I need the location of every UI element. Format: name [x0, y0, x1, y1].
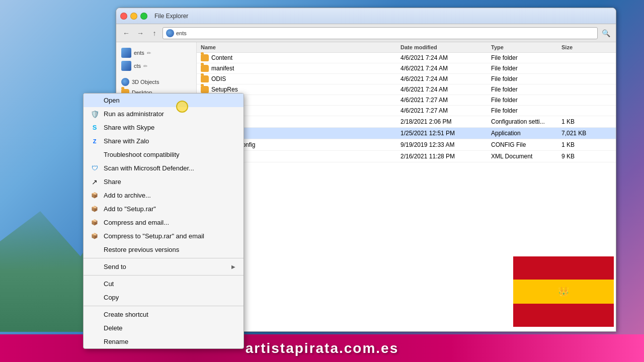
- menu-item-label: Share: [104, 178, 121, 186]
- file-type: XML Document: [491, 153, 561, 160]
- skype-icon: S: [90, 123, 100, 133]
- file-name-cell: Content: [201, 54, 400, 61]
- chevron-icon: ✏: [147, 50, 151, 56]
- file-date: 2/18/2021 2:06 PM: [400, 118, 491, 125]
- sidebar-label: ents: [134, 50, 144, 56]
- menu-item-restore[interactable]: Restore previous versions: [84, 243, 244, 256]
- nav-icon: [121, 48, 131, 58]
- sidebar-label-2: cts: [134, 63, 141, 69]
- address-bar[interactable]: ents: [163, 27, 598, 39]
- file-size: 1 KB: [561, 141, 612, 148]
- 3d-objects-icon: [121, 78, 129, 86]
- table-row[interactable]: manifest 4/6/2021 7:24 AM File folder: [197, 63, 616, 74]
- window-title: File Explorer: [154, 13, 188, 20]
- file-date: 1/25/2021 12:51 PM: [400, 130, 491, 137]
- maximize-button[interactable]: [140, 13, 147, 20]
- table-row[interactable]: SetupRes 4/6/2021 7:24 AM File folder: [197, 84, 616, 95]
- flag-red-bottom: [513, 304, 614, 327]
- sidebar-3d-label: 3D Objects: [132, 79, 159, 85]
- file-name-cell: SetupRes: [201, 86, 400, 93]
- sidebar-item-cts[interactable]: cts ✏: [118, 59, 194, 72]
- navigation-bar: ← → ↑ ents 🔍: [116, 24, 616, 42]
- menu-item-add-setup-rar[interactable]: 📦Add to "Setup.rar": [84, 202, 244, 216]
- back-button[interactable]: ←: [120, 27, 132, 39]
- menu-item-label: Rename: [104, 338, 128, 345]
- titlebar: File Explorer: [116, 8, 616, 24]
- banner-text: artistapirata.com.es: [246, 340, 399, 356]
- flag-red-top: [513, 256, 614, 280]
- file-type: File folder: [491, 107, 561, 114]
- file-type: File folder: [491, 54, 561, 61]
- file-size: 1 KB: [561, 118, 612, 125]
- share-icon: ↗: [90, 177, 100, 187]
- menu-item-send-to[interactable]: Send to▶: [84, 260, 244, 274]
- header-name: Name: [201, 44, 400, 50]
- table-row[interactable]: x86 4/6/2021 7:27 AM File folder: [197, 106, 616, 116]
- menu-item-label: Add to "Setup.rar": [104, 205, 156, 213]
- file-date: 4/6/2021 7:24 AM: [400, 86, 491, 93]
- menu-item-label: Send to: [104, 263, 126, 270]
- archive-icon: 📦: [90, 231, 100, 241]
- menu-item-compress-email[interactable]: 📦Compress and email...: [84, 216, 244, 229]
- menu-separator: [84, 258, 244, 258]
- sidebar-item-3dobjects[interactable]: 3D Objects: [118, 76, 194, 87]
- menu-item-add-archive[interactable]: 📦Add to archive...: [84, 189, 244, 202]
- table-row[interactable]: 📄 dlm 2/18/2021 2:06 PM Configuration se…: [197, 116, 616, 128]
- menu-item-copy[interactable]: Copy: [84, 291, 244, 304]
- globe-icon: [166, 29, 174, 37]
- menu-item-share-skype[interactable]: SShare with Skype: [84, 121, 244, 134]
- table-row[interactable]: Content 4/6/2021 7:24 AM File folder: [197, 53, 616, 63]
- minimize-button[interactable]: [130, 13, 137, 20]
- archive-icon: 📦: [90, 218, 100, 228]
- menu-separator: [84, 275, 244, 276]
- menu-item-scan-defender[interactable]: 🛡Scan with Microsoft Defender...: [84, 161, 244, 175]
- search-button[interactable]: 🔍: [600, 27, 612, 39]
- table-row[interactable]: 📄 Setup 1/25/2021 12:51 PM Application 7…: [197, 128, 616, 139]
- table-row[interactable]: ODIS 4/6/2021 7:24 AM File folder: [197, 74, 616, 84]
- menu-item-label: Cut: [104, 280, 114, 288]
- menu-item-create-shortcut[interactable]: Create shortcut: [84, 308, 244, 321]
- chevron-icon-2: ✏: [143, 63, 147, 69]
- menu-item-label: Compress and email...: [104, 219, 169, 226]
- menu-item-label: Create shortcut: [104, 311, 148, 318]
- menu-item-rename[interactable]: Rename: [84, 335, 244, 348]
- menu-item-label: Open: [104, 97, 120, 104]
- menu-item-label: Share with Skype: [104, 124, 154, 131]
- file-size: 7,021 KB: [561, 130, 612, 137]
- defender-icon: 🛡: [90, 163, 100, 173]
- file-name-text: ODIS: [211, 75, 226, 82]
- menu-separator: [84, 306, 244, 306]
- menu-item-compress-setup-email[interactable]: 📦Compress to "Setup.rar" and email: [84, 229, 244, 243]
- address-text: ents: [176, 30, 187, 36]
- up-button[interactable]: ↑: [148, 27, 160, 39]
- menu-item-run-as-admin[interactable]: 🛡️Run as administrator: [84, 107, 244, 121]
- menu-item-label: Run as administrator: [104, 110, 164, 118]
- close-button[interactable]: [120, 13, 127, 20]
- zalo-icon: Z: [90, 136, 100, 146]
- header-size: Size: [561, 44, 612, 50]
- file-size: 9 KB: [561, 153, 612, 160]
- file-name-text: manifest: [211, 65, 234, 72]
- sidebar-item-ents[interactable]: ents ✏: [118, 46, 194, 59]
- menu-item-label: Add to archive...: [104, 192, 151, 199]
- table-row[interactable]: 📄 Setup.exe.config 9/19/2019 12:33 AM CO…: [197, 139, 616, 151]
- spain-flag: 👑: [513, 256, 614, 327]
- menu-item-label: Delete: [104, 324, 123, 332]
- file-type: CONFIG File: [491, 141, 561, 148]
- menu-item-cut[interactable]: Cut: [84, 277, 244, 291]
- file-name-cell: manifest: [201, 65, 400, 72]
- menu-item-share[interactable]: ↗Share: [84, 175, 244, 189]
- menu-item-open[interactable]: Open: [84, 94, 244, 107]
- menu-item-label: Compress to "Setup.rar" and email: [104, 232, 204, 240]
- table-row[interactable]: 📄 Setup 2/16/2021 11:28 PM XML Document …: [197, 151, 616, 162]
- header-date: Date modified: [400, 44, 491, 50]
- file-type: Application: [491, 130, 561, 137]
- menu-item-troubleshoot[interactable]: Troubleshoot compatibility: [84, 148, 244, 161]
- table-row[interactable]: x64 4/6/2021 7:27 AM File folder: [197, 95, 616, 106]
- menu-item-share-zalo[interactable]: ZShare with Zalo: [84, 134, 244, 148]
- forward-button[interactable]: →: [134, 27, 146, 39]
- file-name-cell: ODIS: [201, 75, 400, 82]
- menu-item-delete[interactable]: Delete: [84, 321, 244, 335]
- file-list-header: Name Date modified Type Size: [197, 42, 616, 53]
- menu-item-label: Copy: [104, 294, 119, 301]
